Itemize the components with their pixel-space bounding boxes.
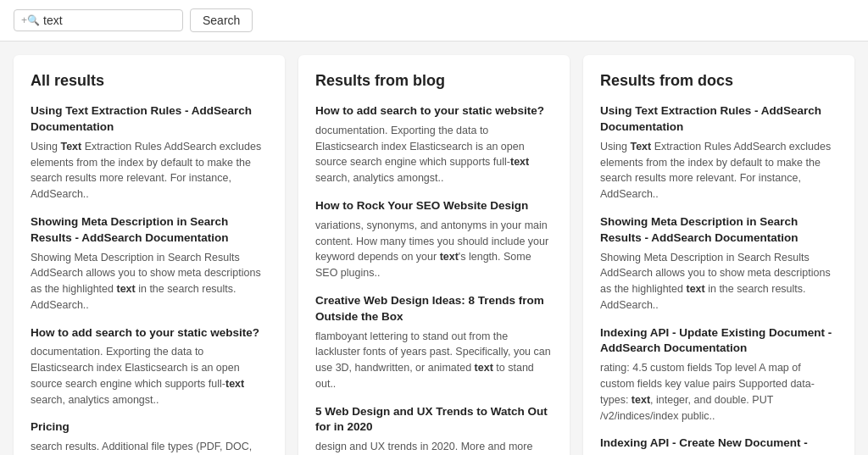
result-snippet: Showing Meta Description in Search Resul… [600,250,837,314]
result-title[interactable]: How to add search to your static website… [31,325,268,341]
content-area: All resultsUsing Text Extraction Rules -… [0,42,868,455]
result-title[interactable]: Showing Meta Description in Search Resul… [600,214,837,247]
list-item: How to add search to your static website… [31,325,268,408]
search-button[interactable]: Search [190,8,253,32]
list-item: 5 Web Design and UX Trends to Watch Out … [315,404,553,455]
list-item: Showing Meta Description in Search Resul… [600,214,837,314]
list-item: Indexing API - Create New Document - Add… [600,436,837,455]
result-snippet: Using Text Extraction Rules AddSearch ex… [600,139,837,203]
result-snippet: rating: 4.5 custom fields Top level A ma… [600,360,837,424]
result-snippet: search results. Additional file types (P… [31,439,268,455]
column-title-all: All results [31,72,268,90]
result-snippet: flamboyant lettering to stand out from t… [315,329,553,392]
list-item: Showing Meta Description in Search Resul… [31,214,268,314]
list-item: How to Rock Your SEO Website Designvaria… [315,198,553,281]
result-snippet: documentation. Exporting the data to Ela… [315,123,553,186]
result-snippet: variations, synonyms, and antonyms in yo… [315,218,553,281]
column-docs: Results from docsUsing Text Extraction R… [583,55,854,455]
result-title[interactable]: Indexing API - Update Existing Document … [600,325,837,358]
list-item: How to add search to your static website… [315,103,553,186]
result-title[interactable]: How to add search to your static website… [315,103,553,119]
result-title[interactable]: Indexing API - Create New Document - Add… [600,436,837,455]
list-item: Pricingsearch results. Additional file t… [31,419,268,455]
search-prefix-icon: +🔍 [21,14,40,26]
search-input[interactable] [43,14,175,27]
search-wrapper: +🔍 [14,9,183,31]
result-title[interactable]: Pricing [31,419,268,436]
list-item: Using Text Extraction Rules - AddSearch … [600,103,837,203]
column-all: All resultsUsing Text Extraction Rules -… [14,55,285,455]
top-bar: +🔍 Search [0,0,868,42]
result-title[interactable]: How to Rock Your SEO Website Design [315,198,553,214]
result-title[interactable]: Using Text Extraction Rules - AddSearch … [600,103,837,136]
result-snippet: design and UX trends in 2020. More and m… [315,439,553,455]
result-title[interactable]: 5 Web Design and UX Trends to Watch Out … [315,404,553,436]
result-title[interactable]: Creative Web Design Ideas: 8 Trends from… [315,293,553,325]
list-item: Indexing API - Update Existing Document … [600,325,837,424]
list-item: Creative Web Design Ideas: 8 Trends from… [315,293,553,392]
column-title-blog: Results from blog [315,72,553,90]
result-snippet: Using Text Extraction Rules AddSearch ex… [31,139,268,203]
column-title-docs: Results from docs [600,72,837,90]
column-blog: Results from blogHow to add search to yo… [298,55,570,455]
result-snippet: Showing Meta Description in Search Resul… [31,250,268,314]
list-item: Using Text Extraction Rules - AddSearch … [31,103,268,203]
result-title[interactable]: Using Text Extraction Rules - AddSearch … [31,103,268,136]
result-snippet: documentation. Exporting the data to Ela… [31,344,268,408]
result-title[interactable]: Showing Meta Description in Search Resul… [31,214,268,247]
